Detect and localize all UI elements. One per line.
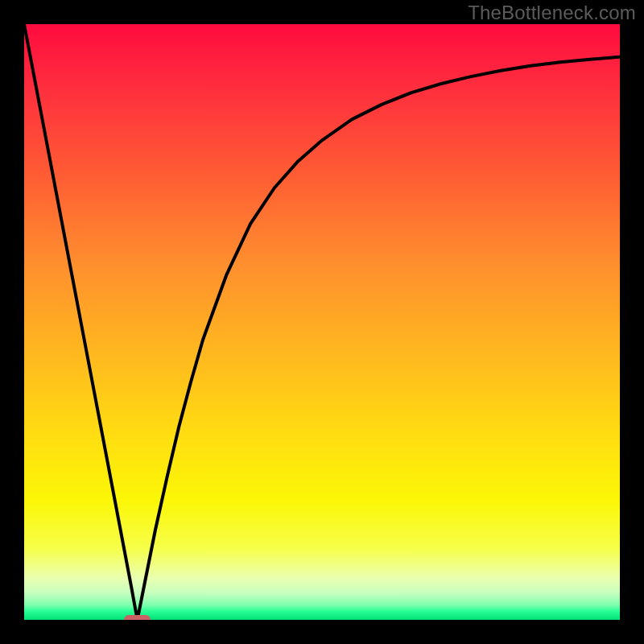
plot-area	[24, 24, 620, 620]
bottleneck-curve	[24, 24, 620, 620]
optimal-point-marker	[124, 615, 151, 620]
chart-frame: TheBottleneck.com	[0, 0, 644, 644]
watermark-text: TheBottleneck.com	[468, 2, 636, 24]
